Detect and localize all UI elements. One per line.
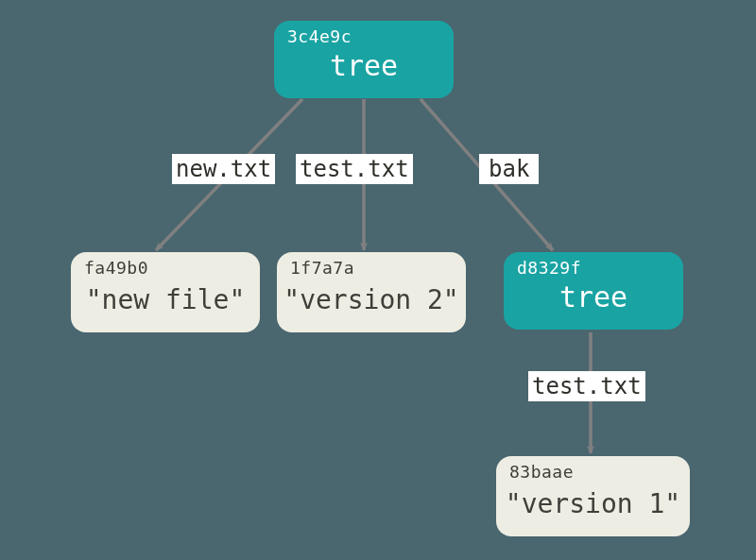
- node-label: tree: [504, 280, 683, 314]
- node-hash: fa49b0: [84, 258, 148, 278]
- node-blob-version1: 83baae "version 1": [496, 456, 690, 536]
- edge-label-sub-test-txt: test.txt: [528, 371, 645, 401]
- node-label: "new file": [71, 284, 260, 315]
- node-tree-root: 3c4e9c tree: [274, 21, 454, 98]
- edge-label-new-txt: new.txt: [172, 154, 275, 184]
- node-hash: 3c4e9c: [287, 26, 352, 46]
- node-hash: 83baae: [509, 462, 574, 482]
- edge-label-test-txt: test.txt: [296, 154, 413, 184]
- diagram-stage: 3c4e9c tree new.txt test.txt bak fa49b0 …: [0, 0, 756, 560]
- node-hash: 1f7a7a: [290, 258, 354, 278]
- node-label: tree: [274, 49, 454, 82]
- node-blob-newfile: fa49b0 "new file": [71, 252, 260, 332]
- node-label: "version 1": [496, 488, 690, 519]
- node-hash: d8329f: [517, 258, 581, 278]
- node-blob-version2: 1f7a7a "version 2": [277, 252, 466, 332]
- edge-label-bak: bak: [479, 154, 539, 184]
- node-label: "version 2": [277, 284, 466, 315]
- node-tree-bak: d8329f tree: [504, 252, 683, 330]
